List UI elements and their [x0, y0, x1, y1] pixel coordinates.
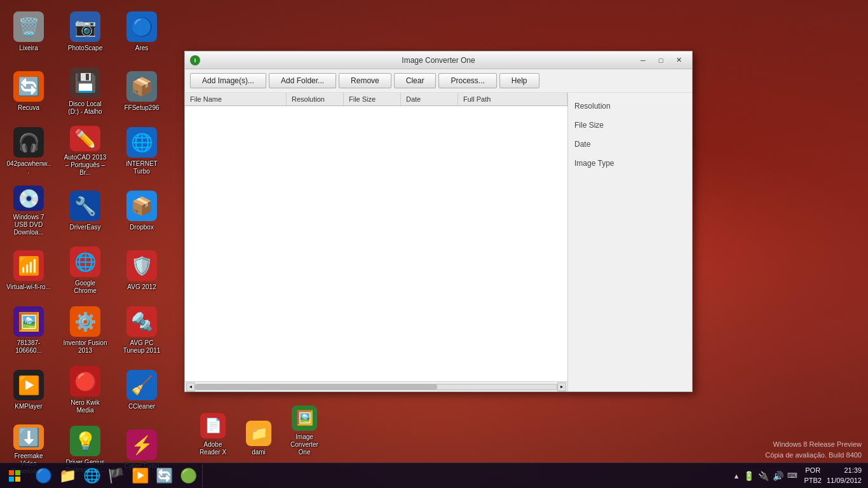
table-body[interactable]: [185, 106, 567, 381]
desktop-icon-042pac[interactable]: 🎧 042pacwhenw...: [3, 123, 54, 180]
desktop-icon-ffsetup[interactable]: 📦 FFSetup296: [116, 63, 167, 120]
taskbar: 🔵 📁 🌐 🏴 ▶️ 🔄 🟢 ▲ 🔋 🔌 🔊 ⌨ POR PTB2 21:39: [0, 463, 868, 488]
close-button[interactable]: ✕: [670, 54, 687, 67]
avg2012-label: AVG 2012: [127, 283, 156, 291]
autocad-label: AutoCAD 2013 – Português – Br...: [63, 154, 107, 177]
desktop-icon-virtual-wifi[interactable]: 📶 Virtual-wi-fi-ro...: [3, 242, 54, 299]
window-toolbar: Add Image(s)... Add Folder... Remove Cle…: [185, 69, 692, 93]
desktop-icon-photoscape[interactable]: 📷 PhotoScape: [60, 3, 111, 60]
right-panel-date: Date: [574, 137, 686, 151]
freemake-icon: ⬇️: [13, 424, 44, 450]
dami-taskbar-label: dami: [252, 449, 266, 456]
photoscape-label: PhotoScape: [68, 44, 103, 52]
desktop-icon-recuva[interactable]: 🔄 Recuva: [3, 63, 54, 120]
avg-pc-tuneup-label: AVG PC Tuneup 2011: [119, 339, 164, 355]
right-panel-resolution: Resolution: [574, 99, 686, 113]
scrollbar-thumb[interactable]: [196, 384, 437, 390]
col-header-filesize: File Size: [344, 93, 401, 105]
virtual-wifi-label: Virtual-wi-fi-ro...: [6, 283, 51, 291]
right-panel: Resolution File Size Date Image Type: [568, 93, 692, 391]
desktop-icon-internet-turbo[interactable]: 🌐 iNTERNET Turbo: [116, 123, 167, 180]
desktop-icon-avg-pc-tuneup[interactable]: 🔩 AVG PC Tuneup 2011: [116, 302, 167, 359]
start-button[interactable]: [0, 463, 29, 489]
taskbar-windows-media-icon[interactable]: 🏴: [104, 464, 127, 487]
add-folder-button[interactable]: Add Folder...: [269, 73, 336, 88]
taskbar-app1-icon[interactable]: 🔄: [153, 464, 175, 487]
virtual-wifi-icon: 📶: [13, 250, 44, 281]
minimize-button[interactable]: ─: [635, 54, 651, 67]
internet-turbo-label: iNTERNET Turbo: [119, 160, 164, 175]
desktop-icon-google-chrome[interactable]: 🌐 Google Chrome: [60, 242, 111, 299]
scroll-left-arrow[interactable]: ◂: [186, 383, 195, 391]
col-header-resolution: Resolution: [287, 93, 344, 105]
dropbox-label: Dropbox: [130, 224, 154, 231]
photoscape-icon: 📷: [70, 11, 100, 42]
taskbar-pinned-icons: 🔵 📁 🌐 🏴 ▶️ 🔄 🟢: [29, 464, 203, 487]
remove-button[interactable]: Remove: [339, 73, 391, 88]
process-button[interactable]: Process...: [438, 73, 496, 88]
taskbar-ie-icon[interactable]: 🔵: [32, 464, 55, 487]
desktop-icon-kmplayer[interactable]: ▶️ KMPlayer: [3, 362, 54, 419]
taskbar-language[interactable]: POR PTB2: [804, 466, 822, 485]
lixeira-label: Lixeira: [19, 44, 37, 52]
ccleaner-label: CCleaner: [128, 403, 155, 410]
image-converter-taskbar-label: Image Converter One: [285, 433, 323, 456]
lixeira-icon: 🗑️: [13, 11, 44, 42]
ffsetup-icon: 📦: [126, 71, 157, 102]
desktop-icon-dropbox[interactable]: 📦 Dropbox: [116, 182, 167, 240]
desktop-icon-lixeira[interactable]: 🗑️ Lixeira: [3, 3, 54, 60]
taskbar-shortcut-dami[interactable]: 📁 dami: [236, 417, 281, 459]
taskbar-shortcut-image-converter[interactable]: 🖼️ Image Converter One: [282, 402, 327, 459]
desktop-icon-autocad[interactable]: ✏️ AutoCAD 2013 – Português – Br...: [60, 123, 111, 180]
nero-icon: 🔴: [70, 366, 100, 396]
scrollbar-track[interactable]: [195, 384, 557, 390]
taskbar-chrome-icon[interactable]: 🌐: [80, 464, 103, 487]
lang-code: PTB2: [804, 476, 822, 485]
tray-expand-icon[interactable]: ▲: [733, 472, 740, 480]
desktop-icon-ccleaner[interactable]: 🧹 CCleaner: [116, 362, 167, 419]
col-header-date: Date: [401, 93, 458, 105]
desktop-icon-avg2012[interactable]: 🛡️ AVG 2012: [116, 242, 167, 299]
desktop-icon-nero[interactable]: 🔴 Nero Kwik Media: [60, 362, 111, 419]
flag-cell-2: [15, 470, 20, 475]
inventor-fusion-label: Inventor Fusion 2013: [63, 339, 107, 355]
image-converter-taskbar-icon: 🖼️: [292, 405, 317, 431]
taskbar-clock[interactable]: 21:39 11/09/2012: [827, 466, 862, 485]
taskbar-shortcut-adobe-reader[interactable]: 📄 Adobe Reader X: [191, 410, 235, 459]
window-body: File Name Resolution File Size Date Full…: [185, 93, 692, 391]
maximize-button[interactable]: □: [653, 54, 669, 67]
window-controls: ─ □ ✕: [635, 54, 687, 67]
taskbar-media-player-icon[interactable]: ▶️: [128, 464, 151, 487]
driver-genius-icon: 💡: [70, 426, 100, 456]
desktop-icon-img781[interactable]: 🖼️ 781387-106660...: [3, 302, 54, 359]
taskbar-explorer-icon[interactable]: 📁: [56, 464, 79, 487]
scroll-right-arrow[interactable]: ▸: [557, 383, 566, 391]
taskbar-app2-icon[interactable]: 🟢: [177, 464, 200, 487]
disco-local-icon: 💾: [70, 67, 100, 98]
window-titlebar: I Image Converter One ─ □ ✕: [185, 51, 692, 69]
help-button[interactable]: Help: [499, 73, 539, 88]
desktop-icon-grid: 🗑️ Lixeira 📷 PhotoScape 🔵 Ares 🔄 Recuva …: [3, 3, 170, 488]
disco-local-label: Disco Local (D:) - Atalho: [63, 100, 107, 116]
clear-button[interactable]: Clear: [394, 73, 437, 88]
042pac-icon: 🎧: [13, 127, 44, 158]
tray-volume-icon[interactable]: 🔊: [773, 471, 783, 481]
desktop-icon-ares[interactable]: 🔵 Ares: [116, 3, 167, 60]
desktop-icon-driver-easy[interactable]: 🔧 DriverEasy: [60, 182, 111, 240]
os-info-line2: Cópia de avaliação. Build 8400: [765, 450, 862, 461]
horizontal-scrollbar[interactable]: ◂ ▸: [185, 381, 567, 391]
file-list-panel: File Name Resolution File Size Date Full…: [185, 93, 568, 391]
desktop-icon-disco-local[interactable]: 💾 Disco Local (D:) - Atalho: [60, 63, 111, 120]
desktop-icon-win7usb[interactable]: 💿 Windows 7 USB DVD Downloa...: [3, 182, 54, 240]
add-images-button[interactable]: Add Image(s)...: [190, 73, 266, 88]
table-header: File Name Resolution File Size Date Full…: [185, 93, 567, 106]
col-header-filename: File Name: [185, 93, 287, 105]
lang-name: POR: [804, 466, 822, 475]
col-header-fullpath: Full Path: [458, 93, 567, 105]
flag-cell-3: [9, 477, 14, 482]
desktop-icon-inventor-fusion[interactable]: ⚙️ Inventor Fusion 2013: [60, 302, 111, 359]
taskbar-right-section: POR PTB2 21:39 11/09/2012: [797, 466, 868, 485]
ares-label: Ares: [135, 44, 149, 52]
flag-cell-4: [15, 477, 20, 482]
window-title: Image Converter One: [402, 56, 475, 65]
